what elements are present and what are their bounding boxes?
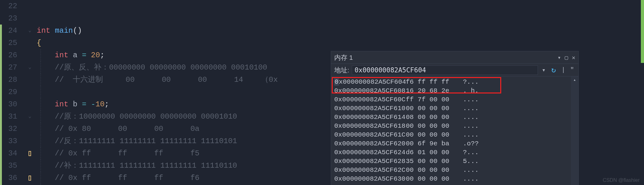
memory-row[interactable]: 0x000000082A5CF62000 6f 9e ba.o?? [334, 139, 575, 148]
code-token: int [55, 100, 68, 109]
code-token: ; [105, 100, 109, 109]
line-number: 31 [0, 110, 17, 123]
marker-cell [24, 74, 36, 86]
marker-cell [24, 49, 36, 61]
memory-title: 内存 1 [334, 53, 557, 62]
code-token [86, 51, 91, 59]
fold-caret-icon[interactable]: ⌄ [28, 61, 31, 74]
breakpoint-marker[interactable] [29, 151, 31, 156]
line-number: 22 [0, 0, 17, 12]
address-dropdown-icon[interactable]: ▾ [540, 66, 547, 74]
address-label: 地址: [334, 66, 349, 75]
memory-address: 0x000000082A5CF620 [334, 139, 403, 148]
code-token: = [82, 51, 86, 59]
memory-row[interactable]: 0x000000082A5CF61C00 00 00 00.... [334, 131, 575, 139]
marker-cell [24, 160, 36, 172]
indent-guide [40, 61, 41, 74]
memory-row[interactable]: 0x000000082A5CF61800 00 00 00.... [334, 122, 575, 131]
memory-address: 0x000000082A5CF60C [334, 95, 403, 104]
memory-address: 0x000000082A5CF630 [334, 175, 403, 183]
memory-row[interactable]: 0x000000082A5CF60Cff 7f 00 00.... [334, 95, 575, 104]
code-token [37, 76, 55, 84]
memory-row[interactable]: 0x000000082A5CF61408 00 00 00.... [334, 113, 575, 122]
line-number: 35 [0, 160, 17, 172]
quote-icon[interactable]: " [569, 66, 575, 74]
memory-address: 0x000000082A5CF610 [334, 104, 403, 113]
memory-ascii: . h. [463, 87, 479, 95]
code-token: // 0x ff ff ff f6 [55, 174, 200, 182]
separator-icon: | [560, 66, 566, 74]
line-number: 28 [0, 74, 17, 86]
memory-body[interactable]: 0x000000082A5CF604f6 ff ff ff?...0x00000… [331, 76, 578, 183]
memory-bytes: ff 7f 00 00 [406, 95, 459, 104]
code-token: int [37, 26, 50, 35]
fold-caret-icon[interactable]: ⌄ [28, 110, 31, 123]
line-number: 34 [0, 147, 17, 160]
memory-row[interactable]: 0x000000082A5CF63000 00 00 00.... [334, 175, 575, 183]
memory-row[interactable]: 0x000000082A5CF62835 00 00 005... [334, 157, 575, 166]
indent-guide [40, 172, 41, 184]
memory-ascii: .... [463, 104, 479, 113]
marker-cell [24, 37, 36, 49]
code-token: //补：11111111 11111111 11111111 11110110 [55, 161, 237, 170]
code-token: - [91, 100, 95, 109]
indent-guide [40, 135, 41, 147]
code-token: ; [100, 51, 105, 59]
code-token: int [55, 51, 68, 59]
refresh-icon[interactable]: ↻ [550, 65, 558, 75]
code-token: a [68, 51, 82, 59]
indent-guide [40, 123, 41, 135]
marker-column: ⌄⌄⌄ [24, 0, 36, 185]
memory-titlebar[interactable]: 内存 1 ▾ ▢ ✕ [331, 51, 578, 64]
line-number: 25 [0, 37, 17, 49]
memory-ascii: .... [463, 175, 479, 183]
close-icon[interactable]: ✕ [572, 54, 575, 61]
fold-caret-icon[interactable]: ⌄ [28, 25, 31, 37]
code-line[interactable]: { [36, 37, 644, 49]
memory-bytes: 00 6f 9e ba [406, 139, 459, 148]
memory-address: 0x000000082A5CF624 [334, 148, 403, 157]
code-token [50, 26, 55, 35]
memory-ascii: .... [463, 131, 479, 139]
marker-cell [24, 172, 36, 184]
breakpoint-marker[interactable] [29, 176, 31, 181]
memory-row[interactable]: 0x000000082A5CF604f6 ff ff ff?... [334, 78, 575, 87]
code-line[interactable]: int main() [36, 25, 644, 37]
dropdown-icon[interactable]: ▾ [557, 54, 561, 61]
memory-ascii: .o?? [463, 139, 479, 148]
memory-row[interactable]: 0x000000082A5CF61000 00 00 00.... [334, 104, 575, 113]
code-token: b [68, 100, 82, 109]
code-token: //反：11111111 11111111 11111111 11110101 [55, 137, 237, 145]
scroll-up-icon[interactable]: ▴ [571, 76, 578, 83]
memory-bytes: 00 00 00 00 [406, 104, 459, 113]
line-number: 26 [0, 49, 17, 61]
code-token [86, 100, 91, 109]
memory-bytes: 00 00 00 00 [406, 122, 459, 131]
indent-guide [40, 147, 41, 160]
code-token: // 0x ff ff ff f5 [55, 149, 200, 158]
address-input[interactable] [352, 65, 538, 75]
selected-char: 0 [334, 78, 339, 86]
line-number: 30 [0, 98, 17, 110]
memory-address: 0x000000082A5CF61C [334, 131, 403, 139]
watermark: CSDN @flashier [603, 177, 640, 183]
marker-cell [24, 86, 36, 98]
memory-row[interactable]: 0x000000082A5CF60816 20 68 2e. h. [334, 87, 575, 95]
code-token [37, 112, 55, 121]
code-line[interactable] [36, 12, 644, 25]
memory-row[interactable]: 0x000000082A5CF62C00 00 00 00.... [334, 166, 575, 175]
memory-bytes: 35 00 00 00 [406, 157, 459, 166]
code-token [37, 174, 55, 182]
code-line[interactable] [36, 0, 644, 12]
maximize-icon[interactable]: ▢ [565, 54, 568, 61]
code-token: // 0x 80 00 00 0a [55, 125, 200, 133]
code-token: 10 [95, 100, 105, 109]
marker-cell [24, 147, 36, 160]
memory-row[interactable]: 0x000000082A5CF624d6 01 00 00?... [334, 148, 575, 157]
scroll-overview-highlight [641, 0, 644, 185]
code-token [37, 149, 55, 158]
code-token: () [73, 26, 82, 35]
indent-guide [40, 110, 41, 123]
memory-scrollbar[interactable]: ▴ [571, 76, 578, 185]
memory-bytes: 08 00 00 00 [406, 113, 459, 122]
